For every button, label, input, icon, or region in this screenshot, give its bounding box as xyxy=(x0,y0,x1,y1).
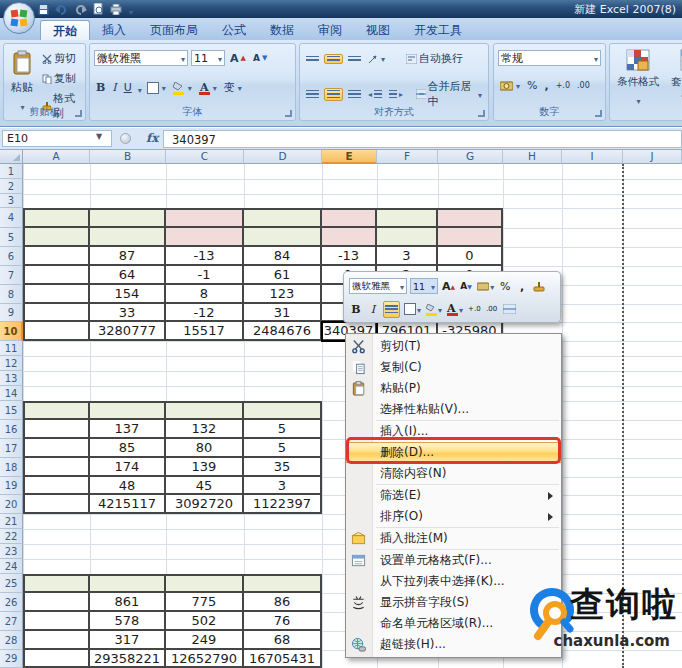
cell-D6[interactable]: 84 xyxy=(244,247,322,266)
cell-B20[interactable]: 4215117 xyxy=(90,495,166,514)
cell-D28[interactable]: 68 xyxy=(244,631,322,650)
cell-D26[interactable]: 86 xyxy=(244,593,322,612)
tab-页面布局[interactable]: 页面布局 xyxy=(138,20,210,40)
align-right-button[interactable] xyxy=(346,89,363,100)
cell-B9[interactable]: 33 xyxy=(90,304,166,322)
select-all-corner[interactable] xyxy=(0,150,23,164)
cell-E6[interactable]: -13 xyxy=(322,247,377,266)
row-header-28[interactable]: 28 xyxy=(0,631,23,650)
row-header-6[interactable]: 6 xyxy=(0,247,23,266)
accounting-format-button[interactable] xyxy=(498,78,522,93)
cell-D7[interactable]: 61 xyxy=(244,266,322,285)
cell-A20[interactable] xyxy=(23,495,90,514)
formula-cancel-icon[interactable] xyxy=(120,133,131,144)
cell-G6[interactable]: 0 xyxy=(438,247,503,266)
row-header-7[interactable]: 7 xyxy=(0,266,23,285)
mini-italic-button[interactable]: I xyxy=(366,301,380,318)
formula-input[interactable]: 340397 xyxy=(163,130,682,148)
row-header-18[interactable]: 18 xyxy=(0,458,23,477)
mini-format-painter-button[interactable] xyxy=(532,278,546,295)
row-header-3[interactable]: 3 xyxy=(0,194,23,208)
clipboard-dialog-launcher-icon[interactable] xyxy=(75,110,82,117)
row-header-21[interactable]: 21 xyxy=(0,514,23,529)
cell-C16[interactable]: 132 xyxy=(166,420,244,439)
menu-item-排序[interactable]: 排序(O) xyxy=(346,506,561,527)
cell-C19[interactable]: 45 xyxy=(166,477,244,495)
orientation-button[interactable] xyxy=(366,51,387,66)
row-header-10[interactable]: 10 xyxy=(0,322,23,341)
insert-function-button[interactable]: fx xyxy=(146,131,158,145)
mini-borders-button[interactable] xyxy=(403,301,422,318)
cell-D15[interactable] xyxy=(244,401,322,420)
save-icon[interactable] xyxy=(38,4,49,15)
column-header-G[interactable]: G xyxy=(438,150,503,164)
cell-B6[interactable]: 87 xyxy=(90,247,166,266)
row-header-27[interactable]: 27 xyxy=(0,612,23,631)
cell-B18[interactable]: 174 xyxy=(90,458,166,477)
cell-C5[interactable] xyxy=(166,228,244,247)
cell-C4[interactable] xyxy=(166,208,244,228)
cell-B5[interactable] xyxy=(90,228,166,247)
tab-公式[interactable]: 公式 xyxy=(210,20,258,40)
mini-grow-font-button[interactable]: A▲ xyxy=(441,278,456,295)
column-header-E[interactable]: E xyxy=(322,150,377,164)
cell-F4[interactable] xyxy=(377,208,438,228)
mini-merge-center-button[interactable] xyxy=(502,301,517,318)
office-button[interactable] xyxy=(3,2,35,34)
menu-item-复制[interactable]: 复制(C) xyxy=(346,357,561,378)
column-header-A[interactable]: A xyxy=(23,150,90,164)
cell-C20[interactable]: 3092720 xyxy=(166,495,244,514)
cell-A18[interactable] xyxy=(23,458,90,477)
cell-C7[interactable]: -1 xyxy=(166,266,244,285)
italic-button[interactable]: I xyxy=(110,80,118,95)
row-header-25[interactable]: 25 xyxy=(0,574,23,593)
cell-A16[interactable] xyxy=(23,420,90,439)
top-align-button[interactable] xyxy=(304,55,321,63)
cell-D5[interactable] xyxy=(244,228,322,247)
cell-C29[interactable]: 12652790 xyxy=(166,650,244,668)
mini-font-size-combo[interactable]: 11 xyxy=(410,278,438,294)
cell-B26[interactable]: 861 xyxy=(90,593,166,612)
cell-D29[interactable]: 16705431 xyxy=(244,650,322,668)
cell-C17[interactable]: 80 xyxy=(166,439,244,458)
tab-开始[interactable]: 开始 xyxy=(40,20,90,40)
cell-B16[interactable]: 137 xyxy=(90,420,166,439)
cell-G5[interactable] xyxy=(438,228,503,247)
column-header-B[interactable]: B xyxy=(90,150,166,164)
cell-B28[interactable]: 317 xyxy=(90,631,166,650)
cell-A25[interactable] xyxy=(23,574,90,593)
row-header-4[interactable]: 4 xyxy=(0,208,23,228)
format-as-table-button[interactable]: 套用表格格式 xyxy=(666,49,682,99)
cell-C10[interactable]: 15517 xyxy=(166,322,244,341)
mini-shrink-font-button[interactable]: A▼ xyxy=(459,278,473,295)
cell-F5[interactable] xyxy=(377,228,438,247)
print-preview-icon[interactable] xyxy=(93,3,104,15)
number-dialog-launcher-icon[interactable] xyxy=(595,110,602,117)
cell-B29[interactable]: 29358221 xyxy=(90,650,166,668)
menu-item-插入批注[interactable]: 插入批注(M) xyxy=(346,528,561,549)
cell-A27[interactable] xyxy=(23,612,90,631)
cell-G4[interactable] xyxy=(438,208,503,228)
mini-percent-button[interactable]: % xyxy=(498,278,512,295)
row-header-14[interactable]: 14 xyxy=(0,386,23,401)
cell-A17[interactable] xyxy=(23,439,90,458)
font-size-combo[interactable]: 11 xyxy=(191,50,225,66)
cell-D27[interactable]: 76 xyxy=(244,612,322,631)
redo-icon[interactable] xyxy=(74,4,87,15)
number-format-combo[interactable]: 常规 xyxy=(498,50,601,66)
column-header-H[interactable]: H xyxy=(503,150,562,164)
mini-bold-button[interactable]: B xyxy=(349,301,363,318)
row-header-2[interactable]: 2 xyxy=(0,179,23,194)
cell-D19[interactable]: 3 xyxy=(244,477,322,495)
row-header-15[interactable]: 15 xyxy=(0,401,23,420)
menu-item-粘贴[interactable]: 粘贴(P) xyxy=(346,378,561,399)
copy-button[interactable]: 复制 xyxy=(40,70,85,87)
decrease-indent-button[interactable]: ◂ xyxy=(366,89,384,100)
cell-B19[interactable]: 48 xyxy=(90,477,166,495)
percent-style-button[interactable]: % xyxy=(525,78,539,93)
tab-审阅[interactable]: 审阅 xyxy=(306,20,354,40)
column-header-D[interactable]: D xyxy=(244,150,322,164)
cell-A9[interactable] xyxy=(23,304,90,322)
cell-C9[interactable]: -12 xyxy=(166,304,244,322)
cell-A26[interactable] xyxy=(23,593,90,612)
